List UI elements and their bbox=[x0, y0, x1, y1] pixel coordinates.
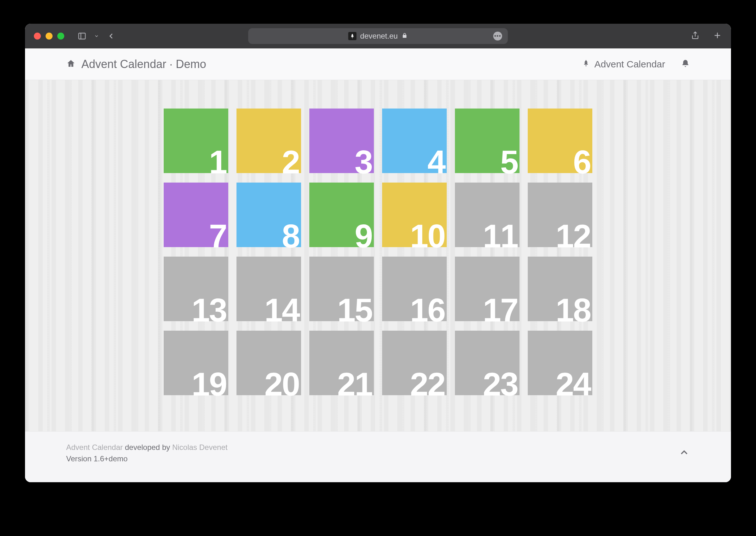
browser-titlebar: devenet.eu ••• bbox=[25, 24, 731, 49]
page-title: Advent Calendar · Demo bbox=[81, 57, 206, 71]
day-cell-3[interactable]: 3 bbox=[309, 109, 374, 173]
day-cell-9[interactable]: 9 bbox=[309, 183, 374, 247]
day-cell-15[interactable]: 15 bbox=[309, 256, 374, 321]
page-header: Advent Calendar · Demo Advent Calendar bbox=[25, 49, 731, 80]
calendar-grid: 123456789101112131415161718192021222324 bbox=[164, 109, 592, 396]
footer-app-name[interactable]: Advent Calendar bbox=[66, 443, 123, 452]
day-number: 5 bbox=[500, 149, 518, 176]
page-settings-button[interactable]: ••• bbox=[493, 32, 502, 41]
day-number: 9 bbox=[355, 223, 372, 250]
header-link-advent-calendar[interactable]: Advent Calendar bbox=[582, 59, 665, 70]
day-cell-19[interactable]: 19 bbox=[164, 331, 228, 395]
page-footer: Advent Calendar developed by Nicolas Dev… bbox=[25, 431, 731, 482]
notifications-button[interactable] bbox=[681, 59, 690, 69]
day-number: 1 bbox=[209, 149, 226, 176]
footer-credits: Advent Calendar developed by Nicolas Dev… bbox=[66, 443, 227, 452]
day-number: 10 bbox=[410, 223, 445, 250]
day-cell-13[interactable]: 13 bbox=[164, 256, 228, 321]
day-cell-4[interactable]: 4 bbox=[382, 109, 447, 173]
site-icon bbox=[348, 32, 357, 40]
day-cell-17[interactable]: 17 bbox=[455, 256, 520, 321]
home-icon[interactable] bbox=[66, 59, 76, 70]
tab-group-dropdown[interactable] bbox=[94, 34, 99, 39]
day-cell-11[interactable]: 11 bbox=[455, 183, 520, 247]
day-cell-12[interactable]: 12 bbox=[528, 183, 592, 247]
day-number: 17 bbox=[483, 297, 518, 324]
day-number: 12 bbox=[556, 223, 590, 250]
address-bar[interactable]: devenet.eu ••• bbox=[248, 28, 508, 44]
calendar-area: 123456789101112131415161718192021222324 bbox=[25, 80, 731, 431]
address-domain: devenet.eu bbox=[360, 32, 398, 41]
scroll-to-top-button[interactable] bbox=[678, 443, 690, 460]
day-cell-24[interactable]: 24 bbox=[528, 331, 592, 395]
back-button[interactable] bbox=[107, 32, 116, 41]
day-cell-22[interactable]: 22 bbox=[382, 331, 447, 395]
day-number: 22 bbox=[410, 371, 445, 398]
day-number: 2 bbox=[282, 149, 299, 176]
window-controls bbox=[34, 33, 64, 40]
header-link-label: Advent Calendar bbox=[595, 59, 665, 70]
day-number: 19 bbox=[191, 371, 226, 398]
sidebar-toggle-button[interactable] bbox=[78, 32, 86, 41]
lock-icon bbox=[401, 32, 408, 41]
day-cell-14[interactable]: 14 bbox=[236, 256, 301, 321]
day-cell-16[interactable]: 16 bbox=[382, 256, 447, 321]
footer-version: Version 1.6+demo bbox=[66, 454, 227, 463]
footer-author-link[interactable]: Nicolas Devenet bbox=[172, 443, 227, 452]
day-number: 15 bbox=[337, 297, 372, 324]
window-minimize-button[interactable] bbox=[46, 33, 52, 40]
day-cell-23[interactable]: 23 bbox=[455, 331, 520, 395]
day-number: 16 bbox=[410, 297, 445, 324]
day-number: 18 bbox=[556, 297, 590, 324]
day-cell-7[interactable]: 7 bbox=[164, 183, 228, 247]
day-number: 23 bbox=[483, 371, 518, 398]
day-number: 11 bbox=[483, 223, 518, 250]
day-cell-21[interactable]: 21 bbox=[309, 331, 374, 395]
day-number: 21 bbox=[337, 371, 372, 398]
day-cell-8[interactable]: 8 bbox=[236, 183, 301, 247]
day-cell-5[interactable]: 5 bbox=[455, 109, 520, 173]
day-cell-10[interactable]: 10 bbox=[382, 183, 447, 247]
day-number: 4 bbox=[428, 149, 445, 176]
share-button[interactable] bbox=[690, 31, 700, 42]
day-number: 14 bbox=[264, 297, 299, 324]
day-cell-6[interactable]: 6 bbox=[528, 109, 592, 173]
day-cell-18[interactable]: 18 bbox=[528, 256, 592, 321]
day-number: 7 bbox=[209, 223, 226, 250]
day-number: 24 bbox=[556, 371, 590, 398]
window-close-button[interactable] bbox=[34, 33, 41, 40]
svg-rect-0 bbox=[79, 33, 86, 39]
day-cell-2[interactable]: 2 bbox=[236, 109, 301, 173]
day-number: 6 bbox=[573, 149, 590, 176]
day-cell-20[interactable]: 20 bbox=[236, 331, 301, 395]
tree-icon bbox=[582, 59, 590, 70]
window-zoom-button[interactable] bbox=[57, 33, 64, 40]
footer-developed-by: developed by bbox=[125, 443, 170, 452]
day-number: 3 bbox=[355, 149, 372, 176]
day-number: 8 bbox=[282, 223, 299, 250]
day-cell-1[interactable]: 1 bbox=[164, 109, 228, 173]
day-number: 13 bbox=[191, 297, 226, 324]
browser-window: devenet.eu ••• Advent Calendar · D bbox=[25, 24, 731, 482]
new-tab-button[interactable] bbox=[713, 31, 722, 42]
day-number: 20 bbox=[264, 371, 299, 398]
